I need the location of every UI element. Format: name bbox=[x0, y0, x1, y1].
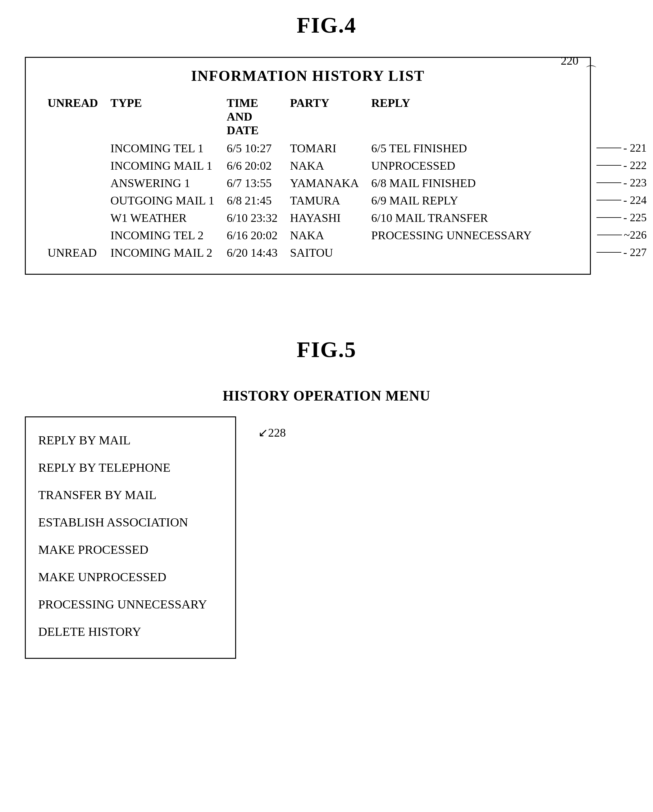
cell-reply: 6/8 MAIL FINISHED- 223 bbox=[365, 174, 593, 192]
table-row: ANSWERING 16/7 13:55YAMANAKA6/8 MAIL FIN… bbox=[41, 174, 593, 192]
cell-time: 6/8 21:45 bbox=[221, 192, 284, 209]
ref-label-226: ~226 bbox=[597, 228, 647, 241]
col-header-time: TIME ANDDATE bbox=[221, 93, 284, 139]
menu-item[interactable]: ESTABLISH ASSOCIATION bbox=[38, 509, 217, 536]
cell-type: ANSWERING 1 bbox=[104, 174, 221, 192]
arrow-220: ⌒ bbox=[585, 63, 597, 79]
menu-item[interactable]: MAKE UNPROCESSED bbox=[38, 563, 217, 591]
menu-ref: ↙228 bbox=[258, 426, 286, 440]
cell-unread bbox=[41, 157, 104, 174]
cell-reply: 6/9 MAIL REPLY- 224 bbox=[365, 192, 593, 209]
table-row: INCOMING MAIL 16/6 20:02NAKAUNPROCESSED-… bbox=[41, 157, 593, 174]
cell-reply: 6/10 MAIL TRANSFER- 225 bbox=[365, 209, 593, 227]
cell-type: INCOMING TEL 1 bbox=[104, 139, 221, 157]
table-row: INCOMING TEL 26/16 20:02NAKAPROCESSING U… bbox=[41, 227, 593, 244]
cell-unread bbox=[41, 192, 104, 209]
ref-label-225: - 225 bbox=[597, 211, 647, 224]
cell-party: TAMURA bbox=[284, 192, 365, 209]
label-220: 220 bbox=[561, 54, 578, 67]
cell-type: OUTGOING MAIL 1 bbox=[104, 192, 221, 209]
cell-time: 6/16 20:02 bbox=[221, 227, 284, 244]
col-header-type: TYPE bbox=[104, 93, 221, 139]
fig4-container: 220 ⌒ INFORMATION HISTORY LIST UNREAD TY… bbox=[25, 57, 628, 275]
info-table-wrapper: INFORMATION HISTORY LIST UNREAD TYPE TIM… bbox=[25, 57, 591, 275]
history-op-section: HISTORY OPERATION MENU REPLY BY MAILREPL… bbox=[25, 388, 628, 659]
table-row: UNREADINCOMING MAIL 26/20 14:43SAITOU- 2… bbox=[41, 244, 593, 261]
cell-unread bbox=[41, 209, 104, 227]
cell-reply: UNPROCESSED- 222 bbox=[365, 157, 593, 174]
cell-party: HAYASHI bbox=[284, 209, 365, 227]
col-header-reply: REPLY bbox=[365, 93, 593, 139]
menu-item[interactable]: MAKE PROCESSED bbox=[38, 536, 217, 563]
cell-reply: - 227 bbox=[365, 244, 593, 261]
history-op-title: HISTORY OPERATION MENU bbox=[25, 388, 628, 404]
cell-time: 6/5 10:27 bbox=[221, 139, 284, 157]
info-table: UNREAD TYPE TIME ANDDATE PARTY REPLY INC… bbox=[41, 93, 593, 261]
table-row: INCOMING TEL 16/5 10:27TOMARI6/5 TEL FIN… bbox=[41, 139, 593, 157]
cell-type: W1 WEATHER bbox=[104, 209, 221, 227]
cell-unread bbox=[41, 227, 104, 244]
menu-item[interactable]: TRANSFER BY MAIL bbox=[38, 481, 217, 509]
ref-label-224: - 224 bbox=[597, 194, 647, 207]
cell-reply: PROCESSING UNNECESSARY~226 bbox=[365, 227, 593, 244]
ref-label-227: - 227 bbox=[597, 246, 647, 259]
ref-label-222: - 222 bbox=[597, 159, 647, 172]
table-header-row: UNREAD TYPE TIME ANDDATE PARTY REPLY bbox=[41, 93, 593, 139]
menu-ref-arrow: ↙ bbox=[258, 426, 268, 439]
cell-party: NAKA bbox=[284, 157, 365, 174]
table-row: OUTGOING MAIL 16/8 21:45TAMURA6/9 MAIL R… bbox=[41, 192, 593, 209]
menu-item[interactable]: REPLY BY TELEPHONE bbox=[38, 454, 217, 481]
cell-party: YAMANAKA bbox=[284, 174, 365, 192]
cell-type: INCOMING MAIL 1 bbox=[104, 157, 221, 174]
cell-reply: 6/5 TEL FINISHED- 221 bbox=[365, 139, 593, 157]
table-title: INFORMATION HISTORY LIST bbox=[41, 67, 574, 84]
cell-party: NAKA bbox=[284, 227, 365, 244]
fig5-title: FIG.5 bbox=[25, 337, 628, 363]
cell-unread bbox=[41, 139, 104, 157]
menu-item[interactable]: PROCESSING UNNECESSARY bbox=[38, 591, 217, 618]
cell-time: 6/7 13:55 bbox=[221, 174, 284, 192]
cell-type: INCOMING TEL 2 bbox=[104, 227, 221, 244]
fig4-title: FIG.4 bbox=[25, 12, 628, 38]
cell-unread: UNREAD bbox=[41, 244, 104, 261]
menu-box: REPLY BY MAILREPLY BY TELEPHONETRANSFER … bbox=[25, 417, 236, 659]
menu-item[interactable]: REPLY BY MAIL bbox=[38, 427, 217, 454]
col-header-unread: UNREAD bbox=[41, 93, 104, 139]
cell-type: INCOMING MAIL 2 bbox=[104, 244, 221, 261]
cell-party: SAITOU bbox=[284, 244, 365, 261]
cell-unread bbox=[41, 174, 104, 192]
ref-label-221: - 221 bbox=[597, 141, 647, 154]
ref-label-223: - 223 bbox=[597, 176, 647, 189]
menu-item[interactable]: DELETE HISTORY bbox=[38, 618, 217, 646]
menu-wrapper: REPLY BY MAILREPLY BY TELEPHONETRANSFER … bbox=[25, 417, 236, 659]
cell-time: 6/6 20:02 bbox=[221, 157, 284, 174]
cell-time: 6/10 23:32 bbox=[221, 209, 284, 227]
table-row: W1 WEATHER6/10 23:32HAYASHI6/10 MAIL TRA… bbox=[41, 209, 593, 227]
col-header-party: PARTY bbox=[284, 93, 365, 139]
cell-party: TOMARI bbox=[284, 139, 365, 157]
cell-time: 6/20 14:43 bbox=[221, 244, 284, 261]
